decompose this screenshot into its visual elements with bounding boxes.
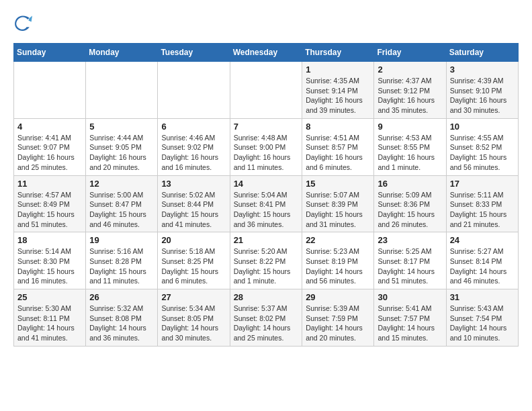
day-number: 22 — [306, 235, 370, 245]
calendar-day-cell — [158, 62, 230, 119]
day-of-week-header: Tuesday — [158, 44, 230, 62]
day-number: 24 — [450, 235, 515, 245]
calendar-day-cell: 4Sunrise: 4:41 AM Sunset: 9:07 PM Daylig… — [14, 118, 86, 175]
day-number: 31 — [450, 292, 515, 302]
day-detail-text: Sunrise: 5:02 AM Sunset: 8:44 PM Dayligh… — [161, 190, 226, 230]
calendar-week-row: 25Sunrise: 5:30 AM Sunset: 8:11 PM Dayli… — [14, 289, 519, 347]
day-detail-text: Sunrise: 4:41 AM Sunset: 9:07 PM Dayligh… — [17, 133, 82, 173]
day-of-week-header: Friday — [374, 44, 446, 62]
day-detail-text: Sunrise: 5:14 AM Sunset: 8:30 PM Dayligh… — [17, 246, 82, 286]
calendar-day-cell: 17Sunrise: 5:11 AM Sunset: 8:33 PM Dayli… — [446, 175, 518, 232]
day-detail-text: Sunrise: 5:20 AM Sunset: 8:22 PM Dayligh… — [234, 246, 299, 286]
calendar-day-cell: 6Sunrise: 4:46 AM Sunset: 9:02 PM Daylig… — [158, 118, 230, 175]
day-number: 3 — [450, 64, 515, 75]
calendar-day-cell: 15Sunrise: 5:07 AM Sunset: 8:39 PM Dayli… — [302, 175, 374, 232]
page-header — [13, 13, 519, 32]
day-number: 4 — [17, 122, 82, 132]
calendar-day-cell: 30Sunrise: 5:41 AM Sunset: 7:57 PM Dayli… — [374, 289, 446, 347]
calendar-day-cell: 3Sunrise: 4:39 AM Sunset: 9:10 PM Daylig… — [446, 62, 518, 119]
day-of-week-header: Thursday — [302, 44, 374, 62]
calendar-header-row: SundayMondayTuesdayWednesdayThursdayFrid… — [14, 44, 519, 62]
day-number: 12 — [89, 179, 154, 189]
calendar-day-cell: 13Sunrise: 5:02 AM Sunset: 8:44 PM Dayli… — [158, 175, 230, 232]
day-number: 11 — [17, 179, 82, 189]
day-detail-text: Sunrise: 5:41 AM Sunset: 7:57 PM Dayligh… — [378, 304, 442, 343]
day-detail-text: Sunrise: 5:04 AM Sunset: 8:41 PM Dayligh… — [234, 190, 299, 230]
calendar-day-cell — [14, 62, 86, 119]
day-number: 14 — [234, 179, 299, 189]
day-number: 26 — [89, 292, 154, 302]
calendar-week-row: 18Sunrise: 5:14 AM Sunset: 8:30 PM Dayli… — [14, 232, 519, 289]
calendar-day-cell: 12Sunrise: 5:00 AM Sunset: 8:47 PM Dayli… — [86, 175, 158, 232]
calendar-table: SundayMondayTuesdayWednesdayThursdayFrid… — [13, 43, 519, 347]
day-detail-text: Sunrise: 4:57 AM Sunset: 8:49 PM Dayligh… — [17, 190, 82, 230]
day-number: 29 — [306, 292, 370, 302]
calendar-day-cell: 27Sunrise: 5:34 AM Sunset: 8:05 PM Dayli… — [158, 289, 230, 347]
calendar-day-cell: 31Sunrise: 5:43 AM Sunset: 7:54 PM Dayli… — [446, 289, 518, 347]
calendar-day-cell: 29Sunrise: 5:39 AM Sunset: 7:59 PM Dayli… — [302, 289, 374, 347]
day-detail-text: Sunrise: 5:07 AM Sunset: 8:39 PM Dayligh… — [306, 190, 370, 230]
day-of-week-header: Sunday — [14, 44, 86, 62]
day-detail-text: Sunrise: 5:37 AM Sunset: 8:02 PM Dayligh… — [234, 304, 299, 343]
day-number: 2 — [378, 64, 442, 75]
day-number: 19 — [89, 235, 154, 245]
calendar-day-cell: 8Sunrise: 4:51 AM Sunset: 8:57 PM Daylig… — [302, 118, 374, 175]
calendar-day-cell: 1Sunrise: 4:35 AM Sunset: 9:14 PM Daylig… — [302, 62, 374, 119]
calendar-day-cell: 7Sunrise: 4:48 AM Sunset: 9:00 PM Daylig… — [230, 118, 302, 175]
day-number: 1 — [306, 64, 370, 75]
calendar-day-cell — [230, 62, 302, 119]
day-of-week-header: Monday — [86, 44, 158, 62]
day-detail-text: Sunrise: 5:09 AM Sunset: 8:36 PM Dayligh… — [378, 190, 442, 230]
day-number: 9 — [378, 122, 442, 132]
day-detail-text: Sunrise: 5:39 AM Sunset: 7:59 PM Dayligh… — [306, 304, 370, 343]
calendar-day-cell: 25Sunrise: 5:30 AM Sunset: 8:11 PM Dayli… — [14, 289, 86, 347]
day-number: 16 — [378, 179, 442, 189]
calendar-day-cell: 10Sunrise: 4:55 AM Sunset: 8:52 PM Dayli… — [446, 118, 518, 175]
calendar-day-cell: 18Sunrise: 5:14 AM Sunset: 8:30 PM Dayli… — [14, 232, 86, 289]
logo-icon — [13, 13, 32, 32]
calendar-day-cell: 24Sunrise: 5:27 AM Sunset: 8:14 PM Dayli… — [446, 232, 518, 289]
calendar-day-cell: 20Sunrise: 5:18 AM Sunset: 8:25 PM Dayli… — [158, 232, 230, 289]
day-detail-text: Sunrise: 4:46 AM Sunset: 9:02 PM Dayligh… — [161, 133, 226, 173]
logo — [13, 13, 35, 32]
calendar-day-cell — [86, 62, 158, 119]
calendar-day-cell: 28Sunrise: 5:37 AM Sunset: 8:02 PM Dayli… — [230, 289, 302, 347]
day-detail-text: Sunrise: 5:34 AM Sunset: 8:05 PM Dayligh… — [161, 304, 226, 343]
calendar-day-cell: 22Sunrise: 5:23 AM Sunset: 8:19 PM Dayli… — [302, 232, 374, 289]
day-number: 28 — [234, 292, 299, 302]
day-number: 27 — [161, 292, 226, 302]
day-number: 8 — [306, 122, 370, 132]
calendar-week-row: 4Sunrise: 4:41 AM Sunset: 9:07 PM Daylig… — [14, 118, 519, 175]
calendar-week-row: 11Sunrise: 4:57 AM Sunset: 8:49 PM Dayli… — [14, 175, 519, 232]
day-detail-text: Sunrise: 5:25 AM Sunset: 8:17 PM Dayligh… — [378, 246, 442, 286]
day-number: 23 — [378, 235, 442, 245]
calendar-day-cell: 11Sunrise: 4:57 AM Sunset: 8:49 PM Dayli… — [14, 175, 86, 232]
day-number: 5 — [89, 122, 154, 132]
calendar-day-cell: 14Sunrise: 5:04 AM Sunset: 8:41 PM Dayli… — [230, 175, 302, 232]
day-detail-text: Sunrise: 5:23 AM Sunset: 8:19 PM Dayligh… — [306, 246, 370, 286]
day-detail-text: Sunrise: 4:37 AM Sunset: 9:12 PM Dayligh… — [378, 76, 442, 116]
day-number: 21 — [234, 235, 299, 245]
calendar-day-cell: 19Sunrise: 5:16 AM Sunset: 8:28 PM Dayli… — [86, 232, 158, 289]
day-detail-text: Sunrise: 5:18 AM Sunset: 8:25 PM Dayligh… — [161, 246, 226, 286]
day-of-week-header: Wednesday — [230, 44, 302, 62]
calendar-week-row: 1Sunrise: 4:35 AM Sunset: 9:14 PM Daylig… — [14, 62, 519, 119]
day-detail-text: Sunrise: 5:00 AM Sunset: 8:47 PM Dayligh… — [89, 190, 154, 230]
calendar-day-cell: 5Sunrise: 4:44 AM Sunset: 9:05 PM Daylig… — [86, 118, 158, 175]
day-detail-text: Sunrise: 4:55 AM Sunset: 8:52 PM Dayligh… — [450, 133, 515, 173]
day-detail-text: Sunrise: 4:39 AM Sunset: 9:10 PM Dayligh… — [450, 76, 515, 116]
calendar-day-cell: 23Sunrise: 5:25 AM Sunset: 8:17 PM Dayli… — [374, 232, 446, 289]
calendar-day-cell: 21Sunrise: 5:20 AM Sunset: 8:22 PM Dayli… — [230, 232, 302, 289]
day-number: 6 — [161, 122, 226, 132]
day-number: 25 — [17, 292, 82, 302]
day-detail-text: Sunrise: 5:16 AM Sunset: 8:28 PM Dayligh… — [89, 246, 154, 286]
calendar-day-cell: 16Sunrise: 5:09 AM Sunset: 8:36 PM Dayli… — [374, 175, 446, 232]
day-detail-text: Sunrise: 4:51 AM Sunset: 8:57 PM Dayligh… — [306, 133, 370, 173]
day-number: 20 — [161, 235, 226, 245]
calendar-day-cell: 2Sunrise: 4:37 AM Sunset: 9:12 PM Daylig… — [374, 62, 446, 119]
day-number: 10 — [450, 122, 515, 132]
day-number: 30 — [378, 292, 442, 302]
day-detail-text: Sunrise: 5:30 AM Sunset: 8:11 PM Dayligh… — [17, 304, 82, 343]
day-number: 15 — [306, 179, 370, 189]
day-number: 18 — [17, 235, 82, 245]
